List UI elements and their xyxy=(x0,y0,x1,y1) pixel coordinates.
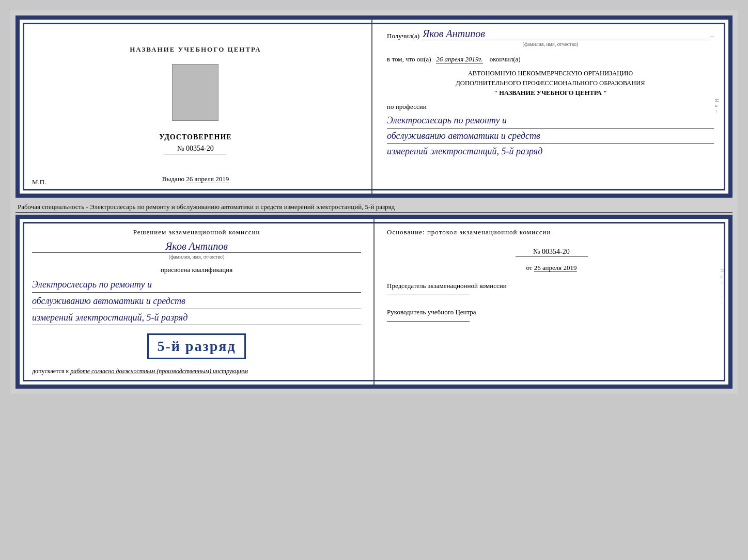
chairman-title: Председатель экзаменационной комиссии xyxy=(387,281,716,291)
protocol-number: № 00354-20 xyxy=(516,248,588,257)
recipient-name: Яков Антипов xyxy=(423,28,707,40)
received-label: Получил(а) xyxy=(387,32,419,40)
from-label: от xyxy=(526,264,532,271)
issued-label: Выдано xyxy=(162,175,184,183)
person-name-sub: (фамилия, имя, отчество) xyxy=(32,254,361,260)
mp-label: М.П. xyxy=(32,178,46,186)
name-sublabel: (фамилия, имя, отчество) xyxy=(387,41,714,47)
separator-text: Рабочая специальность - Электрослесарь п… xyxy=(15,200,733,213)
in-that-label: в том, что он(а) xyxy=(387,55,431,63)
director-title: Руководитель учебного Центра xyxy=(387,308,716,317)
cert-number: № 00354-20 xyxy=(164,145,226,154)
allowed-italic: работе согласно должностным (производств… xyxy=(70,367,248,375)
allowed-text: допускается к работе согласно должностны… xyxy=(32,367,361,375)
profession-line2: обслуживанию автоматики и средств xyxy=(387,129,714,144)
protocol-date: 26 апреля 2019 xyxy=(534,264,577,272)
rank-badge: 5-й разряд xyxy=(147,333,245,359)
director-signature-line xyxy=(387,321,470,322)
chairman-signature-line xyxy=(387,295,470,295)
qual-line1: Электрослесарь по ремонту и xyxy=(32,277,361,293)
person-name: Яков Антипов xyxy=(32,241,361,253)
training-center-title: НАЗВАНИЕ УЧЕБНОГО ЦЕНТРА xyxy=(130,45,261,54)
org-line2: ДОПОЛНИТЕЛЬНОГО ПРОФЕССИОНАЛЬНОГО ОБРАЗО… xyxy=(387,78,714,88)
finished-label: окончил(а) xyxy=(490,55,521,63)
qual-line2: обслуживанию автоматики и средств xyxy=(32,294,361,309)
qual-line3: измерений электростанций, 5-й разряд xyxy=(32,310,361,326)
basis-title: Основание: протокол экзаменационной коми… xyxy=(387,228,716,236)
org-name: " НАЗВАНИЕ УЧЕБНОГО ЦЕНТРА " xyxy=(387,88,714,98)
photo-placeholder xyxy=(172,64,219,121)
right-edge-decoration: И а ← xyxy=(714,99,720,115)
profession-line1: Электрослесарь по ремонту и xyxy=(387,113,714,129)
decision-title: Решением экзаменационной комиссии xyxy=(32,228,361,236)
org-line1: АВТОНОМНУЮ НЕКОММЕРЧЕСКУЮ ОРГАНИЗАЦИЮ xyxy=(387,69,714,78)
profession-line3: измерений электростанций, 5-й разряд xyxy=(387,144,714,159)
completion-date: 26 апреля 2019г. xyxy=(436,55,482,63)
issued-date: 26 апреля 2019 xyxy=(186,175,229,183)
right-margin-decoration: И а ← – – – xyxy=(720,268,725,305)
cert-title: УДОСТОВЕРЕНИЕ xyxy=(159,133,231,141)
assigned-label: присвоена квалификация xyxy=(32,266,361,274)
profession-label: по профессии xyxy=(387,103,714,111)
